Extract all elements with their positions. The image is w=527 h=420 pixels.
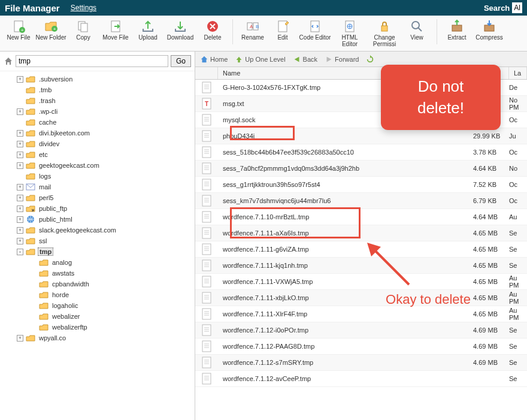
file-icon [195, 146, 218, 158]
tree-item[interactable]: +mail [0, 182, 195, 192]
file-icon [195, 179, 218, 191]
file-row[interactable]: phpuD434i29.99 KBJu [195, 128, 527, 144]
path-input[interactable] [16, 55, 168, 67]
nav-up[interactable]: Up One Level [235, 55, 285, 64]
expander-icon[interactable]: + [17, 335, 23, 342]
tree-item[interactable]: cache [0, 117, 195, 128]
file-row[interactable]: wordfence.7.1.10-mrBztL.tmp4.64 MBAu [195, 209, 527, 225]
expander-icon[interactable]: + [17, 108, 23, 115]
file-row[interactable]: wordfence.7.1.12-PAAG8D.tmp4.69 MBSe [195, 339, 527, 355]
file-icon [195, 292, 218, 304]
file-row[interactable]: wordfence.7.1.11-xbjLkO.tmp4.65 MBAu PM [195, 290, 527, 306]
col-icon[interactable] [195, 67, 218, 79]
file-size: 7.52 KB [473, 181, 509, 188]
tree-item[interactable]: logs [0, 171, 195, 182]
file-row[interactable]: wordfence.7.1.11-VXWjA5.tmp4.65 MBAu PM [195, 274, 527, 290]
toolbar-code-editor[interactable]: Code Editor [299, 19, 331, 41]
expander-icon[interactable]: + [17, 152, 23, 158]
file-row[interactable]: sess_km7v7dshmviqnc6ju44mbr7lu66.79 KBOc [195, 193, 527, 209]
tree-item[interactable]: webalizer [0, 311, 195, 322]
file-row[interactable]: wordfence.7.1.11-kjq1nh.tmp4.65 MBSe [195, 258, 527, 274]
tree-item[interactable]: +divi.bjkeeton.com [0, 128, 195, 138]
toolbar-copy[interactable]: Copy [69, 19, 97, 41]
home-icon[interactable] [4, 56, 13, 66]
folder-icon [39, 280, 49, 288]
svg-rect-37 [202, 147, 211, 158]
file-name: sess_518bc44b6b47ee3f539c26883a50cc10 [218, 149, 473, 156]
file-row[interactable]: sess_518bc44b6b47ee3f539c26883a50cc103.7… [195, 144, 527, 161]
toolbar-download[interactable]: Download [164, 19, 196, 41]
file-row[interactable]: wordfence.7.1.12-s7mSRY.tmp4.69 MBSe [195, 355, 527, 371]
file-date: Oc [509, 181, 527, 188]
tree-item[interactable]: awstats [0, 268, 195, 279]
tree-item[interactable]: +etc [0, 149, 195, 160]
file-size: 4.65 MB [473, 246, 509, 253]
tree-item[interactable]: +.wp-cli [0, 106, 195, 117]
tree-item[interactable]: .trash [0, 95, 195, 106]
expander-icon[interactable]: + [17, 195, 23, 201]
tree-item[interactable]: +slack.geektogeekcast.com [0, 225, 195, 235]
expander-icon[interactable]: + [17, 238, 23, 244]
file-row[interactable]: sess_7a0hcf2pmmmg1vdq0ms3dd64a3j9h2hb4.6… [195, 161, 527, 177]
expander-icon[interactable]: - [17, 249, 23, 255]
tree-item[interactable]: cpbandwidth [0, 279, 195, 289]
tree-item[interactable]: +ssl [0, 235, 195, 246]
search-hint[interactable]: Al [512, 2, 522, 13]
tree-item[interactable]: +public_ftp [0, 203, 195, 214]
file-row[interactable]: wordfence.7.1.11-XlrF4F.tmp4.65 MBAu PM [195, 306, 527, 322]
toolbar-upload[interactable]: Upload [134, 19, 162, 41]
toolbar-compress[interactable]: Compress [473, 19, 505, 41]
toolbar-edit[interactable]: Edit [269, 19, 296, 41]
expander-icon[interactable]: + [17, 184, 23, 191]
toolbar-new-file[interactable]: +New File [5, 19, 32, 41]
expander-icon[interactable]: + [17, 216, 23, 223]
tree-item[interactable]: +public_html [0, 214, 195, 225]
file-row[interactable]: sess_g1rrtjkktroun39h5so97r5st47.52 KBOc [195, 177, 527, 193]
tree-item[interactable]: horde [0, 289, 195, 300]
expander-icon[interactable]: + [17, 76, 23, 83]
nav-back[interactable]: Back [293, 55, 317, 64]
svg-rect-29 [202, 114, 211, 125]
file-row[interactable]: wordfence.7.1.11-aXa6Is.tmp4.65 MBSe [195, 225, 527, 241]
tree-item[interactable]: logaholic [0, 300, 195, 311]
nav-forward[interactable]: Forward [325, 55, 359, 64]
tree-item[interactable]: +.subversion [0, 74, 195, 84]
tree-item[interactable]: +wpyall.co [0, 333, 195, 343]
tree-item[interactable]: analog [0, 257, 195, 268]
rename-icon: AB [246, 19, 260, 34]
toolbar-permissions[interactable]: Change Permissi [368, 19, 401, 47]
tree-item[interactable]: -tmp [0, 246, 195, 257]
toolbar-rename[interactable]: ABRename [239, 19, 266, 41]
file-row[interactable]: wordfence.7.1.12-avCeeP.tmpSe [195, 371, 527, 387]
tree-item[interactable]: .tmb [0, 84, 195, 95]
expander-icon[interactable]: + [17, 130, 23, 137]
tree-item[interactable]: +geektogeekcast.com [0, 160, 195, 171]
file-size: 4.65 MB [473, 310, 509, 318]
file-row[interactable]: wordfence.7.1.12-i0oPOr.tmp4.69 MBSe [195, 322, 527, 339]
folder-icon [26, 226, 35, 234]
expander-icon[interactable]: + [17, 141, 23, 147]
file-icon [195, 243, 218, 255]
toolbar-move[interactable]: Move File [99, 19, 132, 41]
extract-icon [450, 19, 464, 34]
nav-reload[interactable] [366, 55, 374, 64]
file-name: wordfence.7.1.10-mrBztL.tmp [218, 213, 473, 220]
nav-home[interactable]: Home [200, 55, 228, 64]
expander-icon[interactable]: + [17, 206, 23, 212]
expander-icon[interactable]: + [17, 227, 23, 234]
tree-item[interactable]: +perl5 [0, 192, 195, 203]
tree-item[interactable]: +dividev [0, 138, 195, 149]
go-button[interactable]: Go [171, 55, 191, 67]
file-name: wordfence.7.1.11-kjq1nh.tmp [218, 262, 473, 269]
toolbar-extract[interactable]: Extract [443, 19, 471, 41]
toolbar-view[interactable]: View [403, 19, 431, 41]
file-icon [195, 81, 218, 93]
toolbar-delete[interactable]: Delete [199, 19, 226, 41]
settings-link[interactable]: Settings [71, 4, 96, 12]
tree-item[interactable]: webalizerftp [0, 322, 195, 333]
expander-icon[interactable]: + [17, 162, 23, 169]
toolbar-html-editor[interactable]: HTML Editor [334, 19, 366, 47]
file-row[interactable]: wordfence.7.1.11-g6viZA.tmp4.65 MBSe [195, 241, 527, 258]
toolbar-new-folder[interactable]: +New Folder [35, 19, 67, 41]
col-last[interactable]: La [509, 67, 527, 79]
